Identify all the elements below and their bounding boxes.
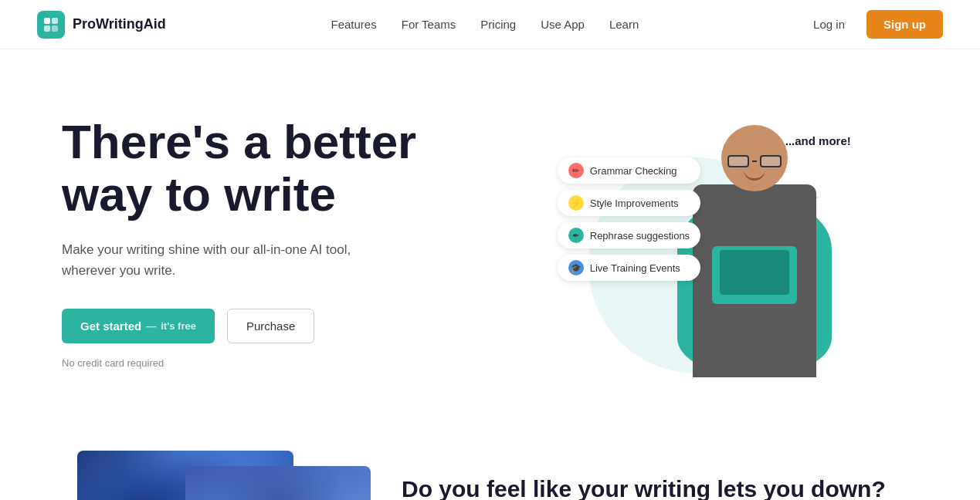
painting-card-front — [185, 466, 371, 500]
chip-rephrase: ✒ Rephrase suggestions — [558, 222, 700, 248]
login-button[interactable]: Log in — [804, 12, 854, 37]
nav-links: Features For Teams Pricing Use App Learn — [331, 18, 639, 32]
chip-grammar-icon: ✏ — [568, 163, 584, 178]
nav-for-teams[interactable]: For Teams — [402, 18, 456, 31]
chip-style: ⚡ Style Improvements — [558, 190, 700, 216]
nav-use-app[interactable]: Use App — [541, 18, 585, 31]
section-two: My idea in my head Do you feel like your… — [0, 420, 980, 500]
hero-illustration: ✏ Grammar Checking ⚡ Style Improvements … — [558, 111, 851, 373]
laptop-screen — [720, 250, 789, 295]
get-started-button[interactable]: Get started — it's free — [62, 309, 215, 343]
svg-rect-2 — [44, 25, 50, 32]
logo-link[interactable]: ProWritingAid — [37, 11, 166, 39]
hero-subtitle: Make your writing shine with our all-in-… — [62, 239, 355, 281]
svg-rect-1 — [52, 18, 58, 24]
section-two-title: Do you feel like your writing lets you d… — [402, 474, 918, 500]
hero-left: There's a better way to write Make your … — [62, 116, 490, 370]
navbar: ProWritingAid Features For Teams Pricing… — [0, 0, 980, 49]
logo-icon — [37, 11, 65, 39]
person-head — [721, 125, 788, 191]
chip-grammar: ✏ Grammar Checking — [558, 157, 700, 184]
laptop — [712, 246, 797, 304]
hero-right: ✏ Grammar Checking ⚡ Style Improvements … — [490, 96, 919, 389]
no-credit-text: No credit card required — [62, 357, 490, 369]
nav-actions: Log in Sign up — [804, 10, 943, 39]
section-two-illustration: My idea in my head — [62, 435, 340, 500]
chip-style-icon: ⚡ — [568, 195, 584, 211]
logo-text: ProWritingAid — [73, 16, 166, 32]
nav-learn[interactable]: Learn — [609, 18, 639, 31]
nav-pricing[interactable]: Pricing — [480, 18, 516, 31]
section-two-text-area: Do you feel like your writing lets you d… — [402, 474, 918, 500]
hero-buttons: Get started — it's free Purchase — [62, 309, 490, 343]
person-body — [693, 184, 816, 377]
hero-title: There's a better way to write — [62, 116, 490, 221]
chip-training: 🎓 Live Training Events — [558, 255, 700, 281]
chip-training-icon: 🎓 — [568, 260, 584, 275]
purchase-button[interactable]: Purchase — [227, 309, 314, 343]
svg-rect-3 — [52, 25, 58, 32]
nav-features[interactable]: Features — [331, 18, 377, 31]
hero-section: There's a better way to write Make your … — [0, 49, 980, 420]
feature-chips: ✏ Grammar Checking ⚡ Style Improvements … — [558, 157, 700, 281]
chip-rephrase-icon: ✒ — [568, 228, 584, 243]
svg-rect-0 — [44, 18, 50, 24]
signup-button[interactable]: Sign up — [866, 10, 943, 39]
painting-swirl2 — [185, 466, 371, 500]
